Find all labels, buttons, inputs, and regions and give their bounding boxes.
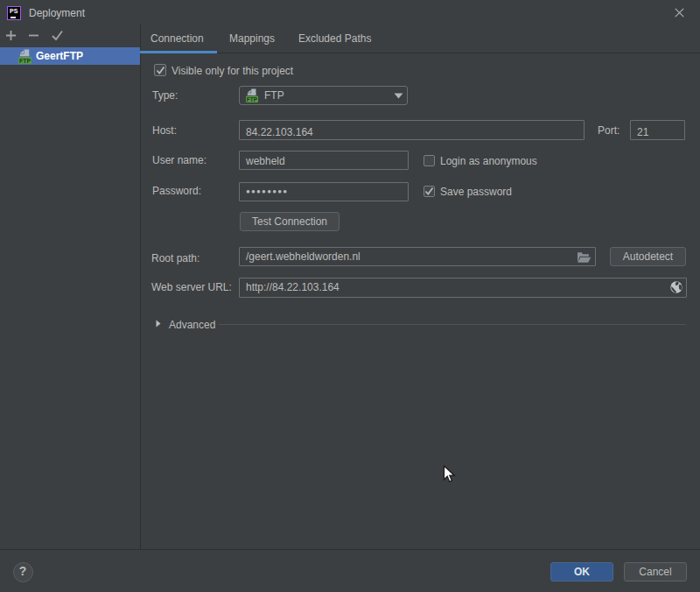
svg-text:FTP: FTP — [19, 58, 32, 64]
svg-text:FTP: FTP — [247, 96, 258, 102]
